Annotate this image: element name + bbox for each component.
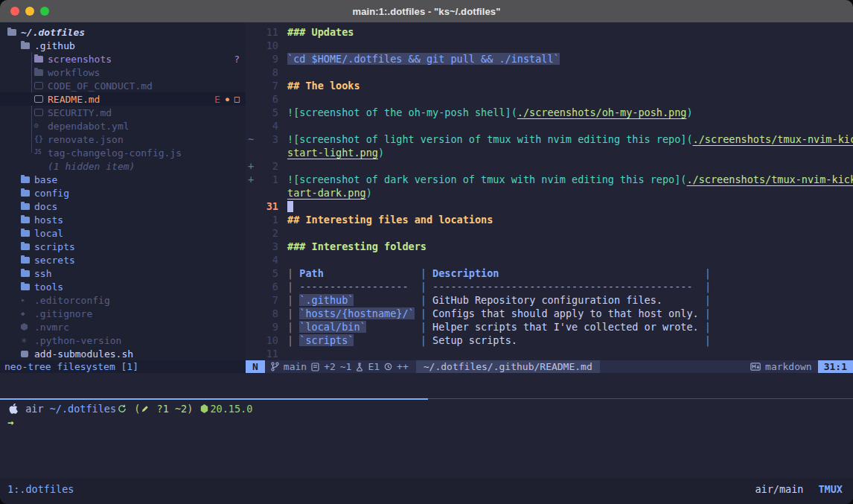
line-text: ![screenshot of light version of tmux wi… bbox=[278, 133, 853, 146]
gutter-sign bbox=[246, 253, 256, 267]
editor-line[interactable]: 5| Path | Description | bbox=[246, 267, 853, 280]
status-badge: □ bbox=[234, 94, 240, 104]
folder-open-icon bbox=[7, 28, 21, 36]
doc-icon bbox=[34, 82, 48, 89]
line-number: 7 bbox=[256, 79, 278, 92]
editor-line[interactable]: 4 bbox=[246, 119, 853, 133]
tree-item-label: tools bbox=[34, 281, 63, 293]
editor-line[interactable]: 11 bbox=[246, 347, 853, 360]
shell-pane[interactable]: air ~/.dotfiles ( ?1 ~2) 20.15.0 → bbox=[0, 400, 853, 479]
tmux-env-badge: TMUX bbox=[818, 483, 843, 495]
editor-line[interactable]: 1## Interesting files and locations bbox=[246, 213, 853, 226]
line-text: ### Updates bbox=[278, 25, 354, 39]
editor-line[interactable]: 10| `scripts` | Setup scripts. | bbox=[246, 334, 853, 347]
prompt-host: air bbox=[19, 402, 50, 415]
tree-item-secrets[interactable]: secrets bbox=[0, 253, 246, 267]
editor-line[interactable]: 4 bbox=[246, 253, 853, 267]
tree-item-dependabot-yml[interactable]: ⚙dependabot.yml bbox=[0, 119, 246, 133]
tmux-window-label[interactable]: 1:.dotfiles bbox=[7, 483, 74, 495]
tree-item-tools[interactable]: tools bbox=[0, 280, 246, 293]
editor-line[interactable]: 8 bbox=[246, 66, 853, 79]
tree-item-github[interactable]: .github bbox=[0, 39, 246, 52]
editor-line[interactable]: tart-dark.png) bbox=[246, 186, 853, 200]
pencil-icon bbox=[141, 405, 149, 412]
gutter-sign bbox=[246, 240, 256, 253]
editor-line[interactable]: +1![screenshot of dark version of tmux w… bbox=[246, 173, 853, 186]
tree-item-screenshots[interactable]: screenshots? bbox=[0, 52, 246, 66]
prompt-input-line[interactable]: → bbox=[7, 415, 853, 429]
tree-item-local[interactable]: local bbox=[0, 226, 246, 240]
gutter-sign bbox=[246, 320, 256, 334]
editor-line[interactable]: start-light.png) bbox=[246, 146, 853, 159]
tree-item-tag-changelog-config-js[interactable]: JStag-changelog-config.js bbox=[0, 146, 246, 159]
line-text: ![screenshot of the oh-my-posh shell](./… bbox=[278, 106, 693, 119]
tree-item-gitignore[interactable]: ◆.gitignore bbox=[0, 307, 246, 320]
tree-item-readme-md[interactable]: README.mdE●□ bbox=[0, 92, 246, 106]
doc-icon bbox=[34, 95, 48, 103]
editor-buffer[interactable]: 11### Updates 10 9`cd $HOME/.dotfiles &&… bbox=[246, 22, 853, 360]
editor-line[interactable]: ~3![screenshot of light version of tmux … bbox=[246, 133, 853, 146]
tree-item-workflows[interactable]: workflows bbox=[0, 66, 246, 79]
gutter-sign bbox=[246, 334, 256, 347]
tree-item-hosts[interactable]: hosts bbox=[0, 213, 246, 226]
git-branch-name: main bbox=[284, 361, 307, 372]
tree-item-nvmrc[interactable]: .nvmrc bbox=[0, 320, 246, 334]
editor-line[interactable]: 10 bbox=[246, 39, 853, 52]
editor-line[interactable]: 9| `local/bin` | Helper scripts that I'v… bbox=[246, 320, 853, 334]
tree-item-renovate-json[interactable]: {}renovate.json bbox=[0, 133, 246, 146]
gutter-sign bbox=[246, 66, 256, 79]
star-icon: * bbox=[21, 336, 34, 344]
tree-item-label: base bbox=[34, 174, 57, 185]
tree-item-1-hidden-item[interactable]: (1 hidden item) bbox=[0, 159, 246, 173]
editor-line[interactable]: 7## The looks bbox=[246, 79, 853, 92]
editor-line[interactable]: 6| ------------------ | ----------------… bbox=[246, 280, 853, 293]
folder-icon bbox=[21, 189, 34, 197]
editor-line[interactable]: 3### Interesting folders bbox=[246, 240, 853, 253]
line-number: 3 bbox=[256, 133, 278, 146]
tree-item-label: (1 hidden item) bbox=[48, 161, 135, 172]
traffic-lights bbox=[10, 0, 49, 22]
tree-item-python-version[interactable]: *.python-version bbox=[0, 334, 246, 347]
editor-line[interactable]: 8| `hosts/{hostname}/` | Configs that sh… bbox=[246, 307, 853, 320]
markdown-icon bbox=[750, 363, 761, 371]
tree-item-label: ssh bbox=[34, 268, 51, 279]
line-number: 9 bbox=[256, 52, 278, 66]
gutter-sign: ~ bbox=[246, 133, 256, 146]
tree-item-base[interactable]: base bbox=[0, 173, 246, 186]
editor-line-current[interactable]: 31 bbox=[246, 200, 853, 213]
editor-line[interactable]: 11### Updates bbox=[246, 25, 853, 39]
prompt-cwd: ~/.dotfiles bbox=[50, 402, 116, 415]
tree-item-config[interactable]: config bbox=[0, 186, 246, 200]
tree-item-add-submodules-sh[interactable]: add-submodules.sh bbox=[0, 347, 246, 360]
diamond-icon: ◆ bbox=[21, 310, 34, 317]
editor-line[interactable]: 2 bbox=[246, 226, 853, 240]
tree-item-security-md[interactable]: SECURITY.md bbox=[0, 106, 246, 119]
zoom-button[interactable] bbox=[40, 7, 49, 16]
gutter-sign bbox=[246, 226, 256, 240]
tree-item-ssh[interactable]: ssh bbox=[0, 267, 246, 280]
line-number: 4 bbox=[256, 253, 278, 267]
editor-line[interactable]: 9`cd $HOME/.dotfiles && git pull && ./in… bbox=[246, 52, 853, 66]
editor-line[interactable]: +2 bbox=[246, 159, 853, 173]
line-number: 10 bbox=[256, 39, 278, 52]
tree-item-dotfiles[interactable]: ~/.dotfiles bbox=[0, 25, 246, 39]
cursor-position: 31:1 bbox=[818, 360, 853, 373]
close-button[interactable] bbox=[10, 7, 19, 16]
prompt-line: air ~/.dotfiles ( ?1 ~2) 20.15.0 bbox=[7, 402, 853, 415]
editor-line[interactable]: 6 bbox=[246, 92, 853, 106]
line-number: 8 bbox=[256, 66, 278, 79]
neo-tree-sidebar: ~/.dotfiles.githubscreenshots?workflowsC… bbox=[0, 22, 246, 360]
editor-line[interactable]: 7| `.github` | GitHub Repository configu… bbox=[246, 293, 853, 307]
gutter-sign bbox=[246, 92, 256, 106]
tree-item-scripts[interactable]: scripts bbox=[0, 240, 246, 253]
tree-item-docs[interactable]: docs bbox=[0, 200, 246, 213]
gutter-sign bbox=[246, 25, 256, 39]
tree-item-editorconfig[interactable]: ▸.editorconfig bbox=[0, 293, 246, 307]
minimize-button[interactable] bbox=[25, 7, 34, 16]
line-number: 1 bbox=[256, 213, 278, 226]
line-text: ![screenshot of dark version of tmux wit… bbox=[278, 173, 853, 186]
editor-line[interactable]: 5![screenshot of the oh-my-posh shell](.… bbox=[246, 106, 853, 119]
pending-changes: ++ bbox=[397, 361, 409, 372]
tree-item-label: add-submodules.sh bbox=[34, 348, 133, 360]
tree-item-code-of-conduct-md[interactable]: CODE_OF_CONDUCT.md bbox=[0, 79, 246, 92]
